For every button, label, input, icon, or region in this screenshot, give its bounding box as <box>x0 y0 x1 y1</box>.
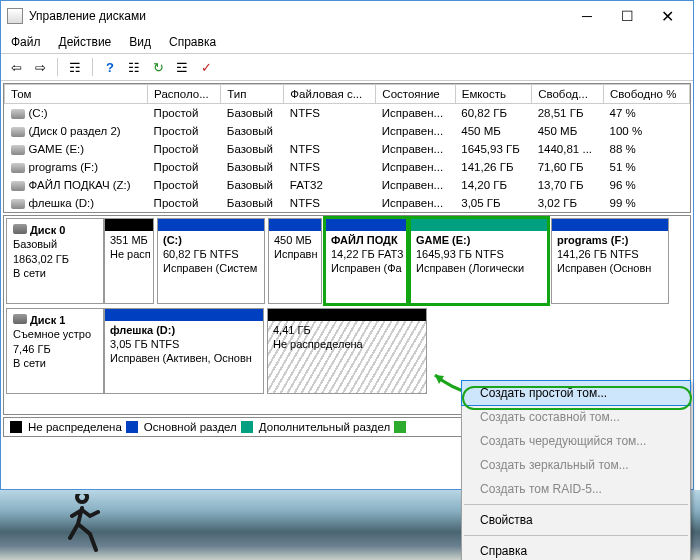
column-header[interactable]: Свобод... <box>532 85 604 104</box>
column-header[interactable]: Файловая с... <box>284 85 376 104</box>
partition[interactable]: 351 МБНе расп <box>104 218 154 304</box>
toolbar: ⇦ ⇨ ☶ ? ☷ ↻ ☲ ✓ <box>1 53 693 81</box>
volume-table[interactable]: ТомРасполо...ТипФайловая с...СостояниеЕм… <box>3 83 691 213</box>
column-header[interactable]: Том <box>5 85 148 104</box>
menu-file[interactable]: Файл <box>11 35 41 49</box>
menu-action[interactable]: Действие <box>59 35 112 49</box>
ctx-create-raid5-volume: Создать том RAID-5... <box>462 477 690 501</box>
refresh-icon[interactable]: ↻ <box>147 56 169 78</box>
legend-swatch-extended <box>241 421 253 433</box>
ctx-create-spanned-volume: Создать составной том... <box>462 405 690 429</box>
legend-label: Не распределена <box>28 421 122 433</box>
partition[interactable]: флешка (D:)3,05 ГБ NTFSИсправен (Активен… <box>104 308 264 394</box>
table-row[interactable]: (Диск 0 раздел 2)ПростойБазовыйИсправен.… <box>5 122 690 140</box>
minimize-button[interactable]: ─ <box>567 2 607 30</box>
help-icon[interactable]: ? <box>99 56 121 78</box>
ctx-create-simple-volume[interactable]: Создать простой том... <box>462 381 690 405</box>
back-icon[interactable]: ⇦ <box>5 56 27 78</box>
view-icon[interactable]: ☷ <box>123 56 145 78</box>
column-header[interactable]: Свободно % <box>604 85 690 104</box>
partition[interactable]: (C:)60,82 ГБ NTFSИсправен (Систем <box>157 218 265 304</box>
legend-swatch-extra <box>394 421 406 433</box>
forward-icon[interactable]: ⇨ <box>29 56 51 78</box>
partition[interactable]: programs (F:)141,26 ГБ NTFSИсправен (Осн… <box>551 218 669 304</box>
column-header[interactable]: Располо... <box>148 85 221 104</box>
legend-swatch-primary <box>126 421 138 433</box>
menu-view[interactable]: Вид <box>129 35 151 49</box>
panel-icon[interactable]: ☶ <box>64 56 86 78</box>
wallpaper-figure <box>60 494 110 558</box>
partition[interactable]: 450 МБИсправн <box>268 218 322 304</box>
check-icon[interactable]: ✓ <box>195 56 217 78</box>
context-menu: Создать простой том... Создать составной… <box>461 380 691 560</box>
disk-row-0: Диск 0 Базовый 1863,02 ГБ В сети 351 МБН… <box>6 218 688 304</box>
menubar: Файл Действие Вид Справка <box>1 31 693 53</box>
disk-label-0[interactable]: Диск 0 Базовый 1863,02 ГБ В сети <box>6 218 104 304</box>
app-icon <box>7 8 23 24</box>
menu-help[interactable]: Справка <box>169 35 216 49</box>
ctx-create-striped-volume: Создать чередующийся том... <box>462 429 690 453</box>
column-header[interactable]: Состояние <box>376 85 455 104</box>
disk-label-1[interactable]: Диск 1 Съемное устро 7,46 ГБ В сети <box>6 308 104 394</box>
partition[interactable]: 4,41 ГБНе распределена <box>267 308 427 394</box>
disk-icon <box>13 314 27 324</box>
titlebar: Управление дисками ─ ☐ ✕ <box>1 1 693 31</box>
window-title: Управление дисками <box>29 9 567 23</box>
ctx-help[interactable]: Справка <box>462 539 690 560</box>
partition[interactable]: ФАЙЛ ПОДК14,22 ГБ FAT3Исправен (Фа <box>325 218 407 304</box>
table-row[interactable]: флешка (D:)ПростойБазовыйNTFSИсправен...… <box>5 194 690 212</box>
table-row[interactable]: programs (F:)ПростойБазовыйNTFSИсправен.… <box>5 158 690 176</box>
table-row[interactable]: ФАЙЛ ПОДКАЧ (Z:)ПростойБазовыйFAT32Испра… <box>5 176 690 194</box>
ctx-create-mirrored-volume: Создать зеркальный том... <box>462 453 690 477</box>
column-header[interactable]: Емкость <box>455 85 531 104</box>
list-icon[interactable]: ☲ <box>171 56 193 78</box>
partition[interactable]: GAME (E:)1645,93 ГБ NTFSИсправен (Логиче… <box>410 218 548 304</box>
table-row[interactable]: (C:)ПростойБазовыйNTFSИсправен...60,82 Г… <box>5 104 690 123</box>
table-row[interactable]: GAME (E:)ПростойБазовыйNTFSИсправен...16… <box>5 140 690 158</box>
disk-icon <box>13 224 27 234</box>
column-header[interactable]: Тип <box>221 85 284 104</box>
close-button[interactable]: ✕ <box>647 2 687 30</box>
maximize-button[interactable]: ☐ <box>607 2 647 30</box>
legend-label: Основной раздел <box>144 421 237 433</box>
legend-label: Дополнительный раздел <box>259 421 390 433</box>
legend-swatch-unallocated <box>10 421 22 433</box>
ctx-properties[interactable]: Свойства <box>462 508 690 532</box>
